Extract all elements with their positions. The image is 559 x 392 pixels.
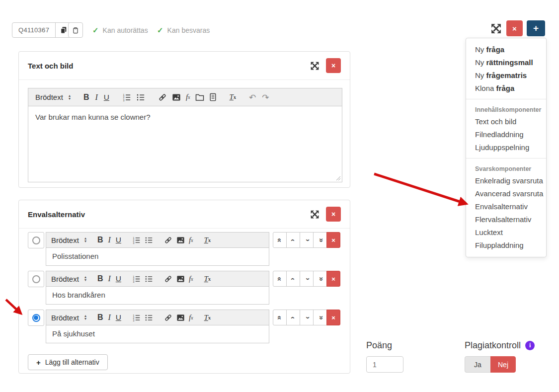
clipboard-button[interactable] xyxy=(68,22,83,38)
option-text-editor[interactable]: Hos brandkåren xyxy=(46,287,269,305)
menu-item-filuppladdning[interactable]: Filuppladdning xyxy=(466,239,546,252)
select-caret-icon[interactable]: ▴▾ xyxy=(69,94,71,100)
bold-button[interactable]: B xyxy=(97,313,103,322)
menu-item-avancerad-svarsruta[interactable]: Avancerad svarsruta xyxy=(466,187,546,200)
option-radio-selected[interactable] xyxy=(32,314,40,322)
image-icon[interactable] xyxy=(176,314,185,321)
select-caret-icon[interactable]: ▴▾ xyxy=(84,314,86,320)
unordered-list-button[interactable] xyxy=(145,236,153,244)
move-down-button[interactable]: ‹ xyxy=(300,232,314,248)
chevron-double-down-icon: « xyxy=(317,315,324,319)
redo-icon[interactable]: ↷ xyxy=(262,92,269,102)
undo-icon[interactable]: ↶ xyxy=(249,92,256,102)
move-top-button[interactable]: « xyxy=(273,271,287,287)
paragraph-style-select[interactable]: Brödtext xyxy=(51,275,79,283)
link-icon[interactable] xyxy=(164,275,172,283)
paragraph-style-select[interactable]: Brödtext xyxy=(51,236,79,244)
paragraph-style-select[interactable]: Brödtext xyxy=(51,314,79,322)
ordered-list-button[interactable]: 123 xyxy=(132,275,141,283)
unordered-list-button[interactable] xyxy=(136,93,145,102)
bold-button[interactable]: B xyxy=(83,93,89,102)
unordered-list-button[interactable] xyxy=(145,314,153,322)
italic-button[interactable]: I xyxy=(95,93,97,102)
menu-item-ny-fragematris[interactable]: Ny frågematris xyxy=(466,69,546,82)
unordered-list-button[interactable] xyxy=(145,275,153,283)
clear-formatting-button[interactable]: Tx xyxy=(204,275,211,283)
expand-panel-icon[interactable] xyxy=(310,209,320,220)
delete-option-button[interactable]: × xyxy=(326,232,340,248)
move-up-button[interactable]: ‹ xyxy=(286,232,300,248)
points-input[interactable] xyxy=(366,356,403,373)
move-top-button[interactable]: « xyxy=(273,232,287,248)
menu-item-text-och-bild[interactable]: Text och bild xyxy=(466,115,546,128)
folder-icon[interactable] xyxy=(195,93,204,101)
select-caret-icon[interactable]: ▴▾ xyxy=(84,237,86,243)
link-icon[interactable] xyxy=(164,314,172,322)
menu-item-envalsalternativ[interactable]: Envalsalternativ xyxy=(466,200,546,213)
menu-item-klona-fraga[interactable]: Klona fråga xyxy=(466,82,546,95)
option-radio[interactable] xyxy=(32,236,40,244)
remove-component-button[interactable]: × xyxy=(326,58,341,73)
bold-button[interactable]: B xyxy=(97,235,103,244)
option-radio[interactable] xyxy=(32,275,40,283)
document-icon[interactable] xyxy=(209,93,217,101)
underline-button[interactable]: U xyxy=(104,93,109,102)
select-caret-icon[interactable]: ▴▾ xyxy=(84,276,86,282)
ordered-list-button[interactable]: 123 xyxy=(132,314,141,322)
clear-formatting-button[interactable]: Tx xyxy=(204,314,211,322)
menu-item-ny-fraga[interactable]: Ny fråga xyxy=(466,43,546,56)
italic-button[interactable]: I xyxy=(108,313,110,322)
add-component-button[interactable]: + xyxy=(527,20,545,36)
option-text-editor[interactable]: Polisstationen xyxy=(46,248,269,266)
panel-title: Text och bild xyxy=(28,62,73,70)
expand-panel-icon[interactable] xyxy=(310,61,320,71)
underline-button[interactable]: U xyxy=(116,235,121,244)
formula-button[interactable]: fx xyxy=(189,275,193,283)
move-up-button[interactable]: ‹ xyxy=(286,271,300,287)
link-icon[interactable] xyxy=(158,93,167,102)
expand-question-icon[interactable] xyxy=(490,22,502,35)
underline-button[interactable]: U xyxy=(116,313,121,322)
menu-item-ny-rattningsmall[interactable]: Ny rättningsmall xyxy=(466,56,546,69)
option-text-editor[interactable]: På sjukhuset xyxy=(46,325,269,343)
menu-item-enkelradig-svarsruta[interactable]: Enkelradig svarsruta xyxy=(466,174,546,187)
plagiarism-no-button[interactable]: Nej xyxy=(490,356,516,373)
ordered-list-button[interactable]: 123 xyxy=(132,236,141,244)
image-icon[interactable] xyxy=(176,275,185,283)
italic-button[interactable]: I xyxy=(108,235,110,244)
plagiarism-yes-button[interactable]: Ja xyxy=(465,356,490,373)
move-top-button[interactable]: « xyxy=(273,310,287,325)
menu-item-filnedladdning[interactable]: Filnedladdning xyxy=(466,128,546,141)
question-text-editor[interactable]: Var brukar man kunna se clowner? xyxy=(28,106,342,182)
menu-item-lucktext[interactable]: Lucktext xyxy=(466,226,546,239)
move-bottom-button[interactable]: « xyxy=(313,232,327,248)
delete-option-button[interactable]: × xyxy=(326,310,340,325)
move-down-button[interactable]: ‹ xyxy=(300,271,314,287)
formula-button[interactable]: fx xyxy=(189,236,193,244)
ordered-list-button[interactable]: 123 xyxy=(122,93,131,102)
link-icon[interactable] xyxy=(164,236,172,244)
underline-button[interactable]: U xyxy=(116,274,121,283)
panel-title: Envalsalternativ xyxy=(28,210,85,219)
move-bottom-button[interactable]: « xyxy=(313,310,327,325)
move-down-button[interactable]: ‹ xyxy=(300,310,314,325)
resize-handle[interactable] xyxy=(336,176,341,181)
delete-question-button[interactable]: × xyxy=(506,20,523,36)
paragraph-style-select[interactable]: Brödtext xyxy=(35,93,63,101)
italic-button[interactable]: I xyxy=(108,274,110,283)
move-up-button[interactable]: ‹ xyxy=(286,310,300,325)
menu-item-flervalsalternativ[interactable]: Flervalsalternativ xyxy=(466,213,546,226)
clear-formatting-button[interactable]: Tx xyxy=(204,236,211,244)
add-alternative-button[interactable]: + Lägg till alternativ xyxy=(28,354,108,370)
formula-button[interactable]: fx xyxy=(189,314,193,322)
remove-component-button[interactable]: × xyxy=(326,207,341,222)
delete-option-button[interactable]: × xyxy=(326,271,340,287)
bold-button[interactable]: B xyxy=(97,274,103,283)
image-icon[interactable] xyxy=(172,93,181,101)
menu-item-ljuduppspelning[interactable]: Ljuduppspelning xyxy=(466,141,546,154)
info-icon[interactable]: i xyxy=(525,341,535,350)
image-icon[interactable] xyxy=(176,236,185,244)
formula-button[interactable]: fx xyxy=(186,93,190,101)
clear-formatting-button[interactable]: Tx xyxy=(230,93,236,101)
move-bottom-button[interactable]: « xyxy=(313,271,327,287)
